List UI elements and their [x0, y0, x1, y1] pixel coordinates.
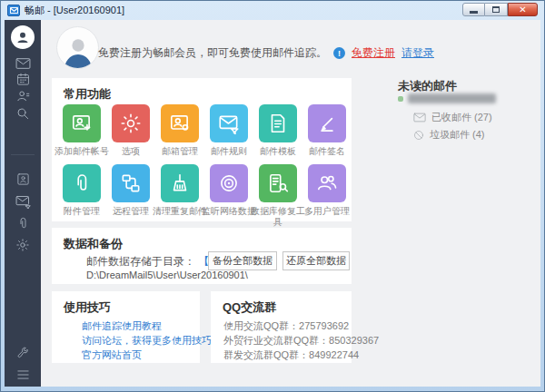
- titlebar: 畅邮 - [User20160901] ✕: [1, 1, 544, 20]
- mail-filter-icon: [15, 195, 31, 209]
- tile-db-repair[interactable]: 数据库修复工具: [253, 164, 302, 228]
- window-title: 畅邮 - [User20160901]: [25, 4, 124, 17]
- sidebar-item-mail-filter[interactable]: [5, 193, 41, 210]
- sidebar-divider: [11, 154, 35, 155]
- tile-remote-manage[interactable]: 远程管理: [106, 164, 155, 228]
- minimize-button[interactable]: [462, 3, 485, 16]
- tips-title: 使用技巧: [64, 299, 111, 316]
- sidebar-item-profile[interactable]: [11, 25, 35, 49]
- tips-card: 使用技巧 邮件追踪使用教程 访问论坛，获得更多使用技巧 官方网站首页: [52, 291, 200, 363]
- window-controls: ✕: [462, 3, 538, 16]
- calendar-icon: [16, 73, 30, 86]
- wrench-icon: [16, 347, 30, 360]
- mail-template-icon: [259, 104, 297, 142]
- unread-junk-item[interactable]: 垃圾邮件 (4): [413, 128, 485, 142]
- inbox-mail-icon: [413, 113, 426, 122]
- signature-pen-icon: [308, 104, 346, 142]
- network-monitor-icon: [210, 164, 248, 202]
- free-register-link[interactable]: 免费注册: [352, 45, 395, 61]
- info-icon: !: [333, 47, 345, 59]
- login-link[interactable]: 请登录: [401, 45, 434, 61]
- sidebar-item-settings[interactable]: [5, 237, 41, 253]
- tile-network-monitor[interactable]: 监听网络数据: [204, 164, 253, 228]
- function-tiles-grid: 添加邮件帐号 选项 邮箱管理: [57, 104, 352, 228]
- tile-mailbox-manage[interactable]: 邮箱管理: [155, 104, 204, 157]
- tip-link-website[interactable]: 官方网站首页: [82, 348, 142, 362]
- tile-mail-template[interactable]: 邮件模板: [253, 104, 302, 157]
- paperclip-icon: [16, 216, 30, 230]
- qq-group-usage: 使用交流QQ群：275793692: [223, 319, 349, 333]
- sidebar-item-search[interactable]: [5, 105, 41, 122]
- tile-add-mail-account[interactable]: 添加邮件帐号: [57, 104, 106, 157]
- tile-multi-user[interactable]: 多用户管理: [302, 164, 352, 228]
- tile-clean-duplicates[interactable]: 清理重复邮件: [155, 164, 204, 228]
- qq-groups-card: QQ交流群 使用交流QQ群：275793692 外贸行业交流群QQ群：85032…: [211, 291, 352, 363]
- qq-group-bulk: 群发交流群QQ群：849922744: [223, 348, 359, 362]
- close-icon: ✕: [519, 5, 526, 15]
- unread-junk-label: 垃圾邮件 (4): [430, 128, 485, 142]
- common-functions-card: 常用功能 添加邮件帐号 选项: [52, 78, 352, 221]
- tip-link-forum[interactable]: 访问论坛，获得更多使用技巧: [82, 334, 212, 348]
- sidebar-item-mail[interactable]: [5, 55, 41, 72]
- data-backup-card: 数据和备份 邮件数据存储于目录： 【教程】 D:\DreamMail5\User…: [52, 228, 352, 284]
- close-button[interactable]: ✕: [508, 3, 538, 16]
- main-content: 免费注册为畅邮会员，即可免费使用邮件追踪。 ! 免费注册 请登录 常用功能 添加…: [41, 20, 540, 387]
- account-email-masked[interactable]: [408, 93, 496, 103]
- data-backup-title: 数据和备份: [64, 236, 123, 252]
- tip-link-tracking[interactable]: 邮件追踪使用教程: [82, 319, 162, 333]
- app-window: 畅邮 - [User20160901] ✕: [0, 0, 545, 392]
- options-gear-icon: [112, 104, 150, 142]
- minimize-icon: [470, 11, 478, 14]
- tile-mail-rules[interactable]: 邮件规则: [204, 104, 253, 157]
- search-icon: [15, 106, 30, 121]
- unread-mail-title: 未读的邮件: [398, 78, 457, 94]
- mail-rules-icon: [210, 104, 248, 142]
- remote-manage-icon: [112, 164, 150, 202]
- register-banner: 免费注册为畅邮会员，即可免费使用邮件追踪。 ! 免费注册 请登录: [98, 45, 434, 61]
- gear-icon: [15, 238, 30, 252]
- clean-broom-icon: [161, 164, 199, 202]
- sidebar-item-tools[interactable]: [5, 345, 41, 361]
- common-functions-title: 常用功能: [64, 86, 111, 103]
- profile-avatar: [56, 26, 99, 69]
- app-body: 免费注册为畅邮会员，即可免费使用邮件追踪。 ! 免费注册 请登录 常用功能 添加…: [5, 20, 540, 387]
- db-repair-icon: [259, 164, 297, 202]
- account-status-dot: [398, 96, 403, 102]
- user-avatar-icon: [15, 29, 31, 45]
- mail-icon: [15, 57, 31, 70]
- sidebar-item-contacts[interactable]: [5, 88, 41, 104]
- sidebar-item-menu[interactable]: [5, 367, 41, 383]
- maximize-button[interactable]: [485, 3, 508, 16]
- attachment-paperclip-icon: [63, 164, 101, 202]
- maximize-icon: [492, 6, 500, 13]
- tile-mail-signature[interactable]: 邮件签名: [302, 104, 352, 157]
- contacts-icon: [15, 89, 31, 103]
- profile-person-icon: [61, 34, 95, 68]
- account-add-icon: [63, 104, 101, 142]
- backup-all-button[interactable]: 备份全部数据: [208, 251, 277, 270]
- unread-inbox-item[interactable]: 已收邮件 (27): [413, 111, 492, 124]
- mailbox-manage-icon: [161, 104, 199, 142]
- account-card-icon: [16, 172, 30, 186]
- menu-icon: [16, 369, 30, 380]
- multi-user-icon: [308, 164, 346, 202]
- register-message: 免费注册为畅邮会员，即可免费使用邮件追踪。: [98, 45, 327, 61]
- unread-inbox-label: 已收邮件 (27): [431, 111, 492, 124]
- restore-all-button[interactable]: 还原全部数据: [282, 251, 350, 270]
- sidebar-item-calendar[interactable]: [5, 71, 41, 87]
- junk-mail-icon: [413, 130, 424, 141]
- tile-attachment-manage[interactable]: 附件管理: [57, 164, 106, 228]
- storage-path: D:\DreamMail5\User\User20160901\: [86, 270, 248, 280]
- tile-options[interactable]: 选项: [106, 104, 155, 157]
- qq-group-trade: 外贸行业交流群QQ群：850329367: [223, 334, 379, 348]
- sidebar-item-account-card[interactable]: [5, 171, 41, 187]
- storage-label: 邮件数据存储于目录：: [86, 255, 195, 268]
- qq-groups-title: QQ交流群: [223, 299, 276, 316]
- app-logo-icon: [7, 5, 20, 16]
- sidebar-item-attachment[interactable]: [5, 215, 41, 231]
- sidebar: [5, 20, 41, 387]
